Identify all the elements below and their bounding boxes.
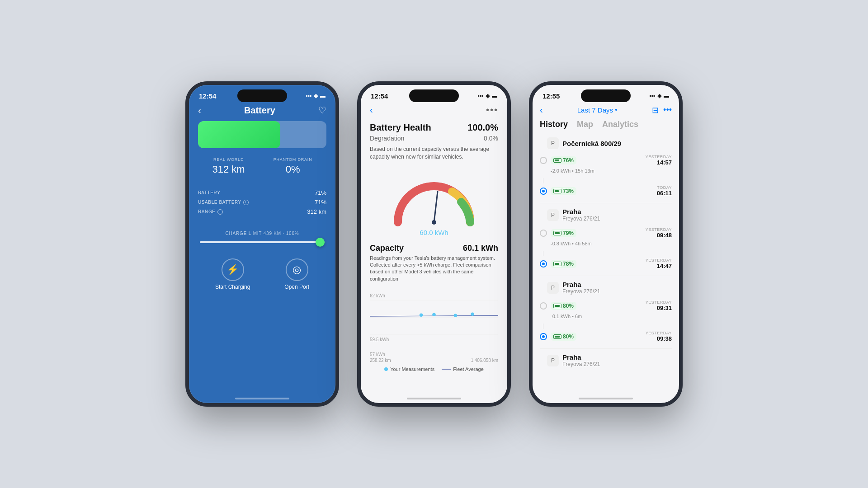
capacity-desc: Readings from your Tesla's battery manag… (370, 255, 498, 283)
chart-area: 62 kWh 59.5 kWh 57 kWh 258.22 km 1,406.0… (361, 293, 507, 372)
wifi-icon-2: ◈ (486, 93, 490, 99)
location-icon-1: P (547, 137, 559, 149)
legend-2: Fleet Average (442, 366, 484, 372)
svg-point-6 (420, 314, 423, 317)
chart-x1: 258.22 km (370, 358, 391, 363)
svg-point-1 (432, 220, 436, 225)
battery-pct-1-2: 73% (563, 188, 574, 194)
capacity-chart (370, 299, 498, 335)
wifi-icon: ◈ (314, 93, 318, 99)
location-3-name-block: Praha Freyova 276/21 (562, 281, 600, 295)
home-indicator-2 (407, 398, 461, 399)
health-pct: 100.0% (467, 122, 498, 133)
time-val-2-1: 09:48 (646, 232, 672, 239)
gauge-svg (389, 173, 479, 227)
time-label-3-1: YESTERDAY (646, 300, 672, 305)
period-label: Last 7 Days (577, 106, 613, 114)
capacity-title: Capacity (370, 244, 404, 253)
charge-limit-label: CHARGE LIMIT 439 KM · 100% (198, 231, 326, 236)
phantom-drain-stat: PHANTOM DRAIN 0% (274, 157, 312, 175)
degradation-label: Degradation (370, 135, 404, 142)
tab-history[interactable]: History (540, 120, 568, 129)
history-entry-3-2: 80% YESTERDAY 09:38 (540, 329, 672, 344)
phone3-tabs: History Map Analytics (533, 120, 679, 135)
gauge-value: 60.0 kWh (420, 229, 448, 236)
radio-1-1[interactable] (540, 157, 547, 164)
battery-icon-2: ▬ (492, 93, 497, 99)
radio-3-2[interactable] (540, 333, 547, 340)
time-col-1-1: YESTERDAY 14:57 (646, 155, 672, 166)
slider-thumb[interactable] (316, 238, 325, 247)
location-3-name: Praha (562, 281, 600, 288)
history-row-1-1: 76% YESTERDAY 14:57 (540, 153, 672, 168)
time-1: 12:54 (199, 92, 216, 100)
more-options-3[interactable]: ••• (663, 105, 672, 115)
phone1-header: ‹ Battery ♡ (189, 105, 335, 121)
chart-y1: 62 kWh (370, 293, 498, 298)
location-icon-3: P (547, 282, 559, 294)
phone1-actions: ⚡ Start Charging ◎ Open Port (189, 248, 335, 295)
tab-map[interactable]: Map (577, 120, 593, 129)
location-icon-2: P (547, 209, 559, 221)
location-1-name: Počernická 800/29 (562, 140, 621, 147)
location-2-name: Praha (562, 208, 600, 216)
phone3-header: ‹ Last 7 Days ▾ ⊟ ••• (533, 105, 679, 120)
phone-2-health: 12:54 ▪▪▪ ◈ ▬ ‹ ••• Battery Health 100.0… (357, 81, 511, 407)
chevron-down-icon: ▾ (615, 107, 618, 113)
legend-label-1: Your Measurements (390, 366, 434, 372)
period-filter[interactable]: Last 7 Days ▾ (577, 106, 618, 114)
back-button-3[interactable]: ‹ (540, 105, 543, 115)
degradation-row: Degradation 0.0% (370, 135, 498, 142)
time-2: 12:54 (371, 92, 388, 100)
svg-line-0 (434, 192, 438, 222)
history-row-3-1: 80% YESTERDAY 09:31 (540, 298, 672, 313)
charge-slider[interactable] (200, 241, 325, 243)
time-val-3-1: 09:31 (646, 305, 672, 311)
tab-analytics[interactable]: Analytics (602, 120, 638, 129)
dynamic-island-3 (581, 89, 631, 102)
radio-3-1[interactable] (540, 302, 547, 310)
battery-stats: REAL WORLD 312 km PHANTOM DRAIN 0% (189, 157, 335, 183)
back-button-1[interactable]: ‹ (198, 105, 201, 116)
radio-2-2[interactable] (540, 260, 547, 267)
divider-1 (540, 203, 672, 203)
detail-2-1: -0.8 kWh • 4h 58m (540, 241, 672, 246)
open-port-btn[interactable]: ◎ Open Port (284, 258, 309, 290)
radio-2-1[interactable] (540, 230, 547, 237)
battery-row-3: RANGE i 312 km (198, 207, 326, 216)
battery-pill-3-1: 80% (551, 302, 576, 310)
battery-row-2: USABLE BATTERY i 71% (198, 197, 326, 207)
chart-y2: 59.5 kWh (370, 337, 498, 342)
phantom-drain-label: PHANTOM DRAIN (274, 157, 312, 162)
location-4-sub: Freyova 276/21 (562, 361, 600, 367)
home-indicator-1 (235, 398, 289, 399)
history-row-3-2: 80% YESTERDAY 09:38 (540, 329, 672, 344)
battery-visual-bar (198, 121, 326, 148)
history-entry-2-1: 79% YESTERDAY 09:48 -0.8 kWh • 4h 58m (540, 225, 672, 246)
battery-value: 71% (315, 189, 326, 196)
degradation-val: 0.0% (484, 135, 498, 142)
chart-legend: Your Measurements Fleet Average (370, 366, 498, 372)
time-label-2-1: YESTERDAY (646, 227, 672, 232)
home-indicator-3 (579, 398, 633, 399)
phone-1-battery: 12:54 ▪▪▪ ◈ ▬ ‹ Battery ♡ REAL WORLD 312… (185, 81, 339, 407)
battery-pill-2-1: 79% (551, 229, 576, 237)
battery-bar-pill-1-1 (553, 158, 561, 163)
start-charging-btn[interactable]: ⚡ Start Charging (215, 258, 250, 290)
more-options-2[interactable]: ••• (486, 105, 498, 115)
radio-1-2[interactable] (540, 188, 547, 195)
location-4-header: P Praha Freyova 276/21 (540, 351, 672, 371)
history-row-2-2: 78% YESTERDAY 14:47 (540, 256, 672, 271)
location-4-name: Praha (562, 353, 600, 361)
capacity-section: Capacity 60.1 kWh Readings from your Tes… (361, 244, 507, 294)
filter-icon[interactable]: ⊟ (652, 105, 659, 115)
slider-fill (200, 241, 325, 243)
time-val-3-2: 09:38 (646, 335, 672, 342)
favorite-icon[interactable]: ♡ (318, 105, 326, 116)
wifi-icon-3: ◈ (657, 93, 661, 99)
location-3-header: P Praha Freyova 276/21 (540, 278, 672, 298)
battery-pct-1-1: 76% (563, 157, 574, 164)
page-title-1: Battery (244, 105, 275, 116)
back-button-2[interactable]: ‹ (370, 105, 373, 115)
battery-label: BATTERY (198, 190, 220, 195)
